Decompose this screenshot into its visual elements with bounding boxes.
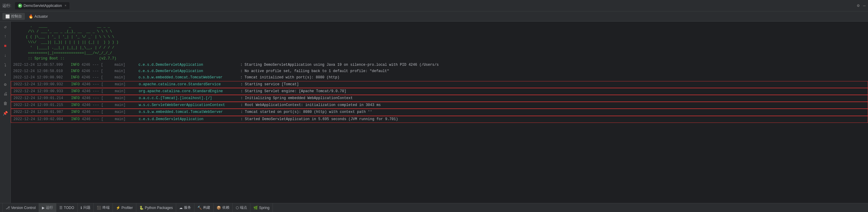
status-item-问题[interactable]: ℹ问题 [78, 203, 94, 212]
sidebar-reload-icon[interactable]: ↺ [2, 23, 9, 30]
app-tab-label: DemoServletApplication [24, 4, 62, 8]
status-label: Spring [259, 206, 270, 210]
sidebar-trash-icon[interactable]: 🗑 [2, 100, 9, 107]
log-line: 2022-12-24 12:09:01.987 INFO 4246 --- [ … [11, 109, 868, 115]
log-message: : Starting DemoServletApplication using … [240, 62, 866, 68]
status-bar: ⎇Version Control▶运行☰TODOℹ问题⬛终端⚡Profiler🐍… [0, 203, 868, 212]
log-message: : Initializing Spring embedded WebApplic… [241, 96, 865, 101]
log-timestamp: 2022-12-24 12:08:57.999 [13, 62, 69, 68]
status-icon: ☁ [179, 206, 183, 210]
status-icon: ⬛ [97, 206, 101, 210]
log-level: INFO [69, 82, 82, 87]
log-level: INFO [69, 109, 82, 115]
log-thread: main] [115, 88, 139, 94]
log-line: 2022-12-24 12:09:00.932 INFO 4246 --- [ … [11, 81, 868, 88]
log-class: o.s.b.w.embedded.tomcat.TomcatWebServer [138, 75, 240, 80]
status-item-运行[interactable]: ▶运行 [39, 203, 56, 212]
sidebar-wrap-icon[interactable]: ⤵ [2, 62, 9, 69]
log-line: 2022-12-24 12:09:01.215 INFO 4246 --- [ … [11, 102, 868, 109]
status-label: 依赖 [222, 205, 229, 210]
log-line: 2022-12-24 12:08:58.010 INFO 4246 --- [ … [11, 68, 868, 75]
status-item-端点[interactable]: ⬡端点 [233, 203, 250, 212]
log-timestamp: 2022-12-24 12:09:00.902 [13, 75, 69, 80]
log-message: : Tomcat started on port(s): 8080 (http)… [241, 109, 865, 115]
top-bar: 运行: ▶ DemoServletApplication × ⚙ — [0, 0, 868, 11]
log-line: 2022-12-24 12:09:02.004 INFO 4246 --- [ … [11, 116, 868, 123]
status-item-TODO[interactable]: ☰TODO [56, 203, 77, 212]
status-label: Python Packages [145, 206, 173, 210]
log-thread: main] [115, 116, 139, 122]
log-message: : Started DemoServletApplication in 5.69… [241, 116, 865, 122]
sidebar-settings-icon[interactable]: ⚙ [2, 81, 9, 88]
sidebar-download-icon[interactable]: ⬇ [2, 72, 9, 78]
log-pid: 4246 --- [ [82, 116, 115, 122]
status-icon: 🐍 [139, 206, 144, 210]
log-pid: 4246 --- [ [82, 82, 115, 87]
sidebar-scroll-down-icon[interactable]: ↓ [2, 52, 9, 59]
log-level: INFO [69, 75, 82, 80]
log-line: 2022-12-24 12:09:00.933 INFO 4246 --- [ … [11, 88, 868, 95]
toolbar-row: ⬜ 控制台 🔥 Actuator [0, 11, 868, 22]
log-timestamp: 2022-12-24 12:09:01.214 [13, 96, 69, 101]
status-label: TODO [64, 206, 74, 210]
log-message: : Tomcat initialized with port(s): 8080 … [240, 75, 866, 80]
actuator-tab[interactable]: 🔥 Actuator [26, 13, 51, 20]
log-thread: main] [115, 102, 139, 108]
console-area[interactable]: . ____ _ __ _ _ /\\ / ___'_ __ _ _(_)_ _… [11, 22, 868, 203]
status-icon: ☰ [59, 206, 63, 210]
status-icon: ⎇ [6, 206, 10, 210]
console-label: 控制台 [11, 14, 22, 19]
log-level: INFO [69, 69, 82, 74]
log-line: 2022-12-24 12:08:57.999 INFO 4246 --- [ … [11, 62, 868, 68]
status-item-终端[interactable]: ⬛终端 [94, 203, 113, 212]
log-pid: 4246 --- [ [82, 88, 115, 94]
log-class: o.s.b.w.embedded.tomcat.TomcatWebServer [139, 109, 241, 115]
status-item-Profiler[interactable]: ⚡Profiler [113, 203, 136, 212]
log-pid: 4246 --- [ [82, 96, 115, 101]
status-icon: 🔨 [197, 206, 202, 210]
status-icon: 📦 [217, 206, 221, 210]
log-class: o.apache.catalina.core.StandardService [139, 82, 241, 87]
app-tab[interactable]: ▶ DemoServletApplication × [15, 2, 69, 9]
tab-close-button[interactable]: × [65, 4, 66, 7]
status-item-Spring[interactable]: 🌿Spring [250, 203, 273, 212]
actuator-icon: 🔥 [28, 14, 33, 19]
status-label: Profiler [122, 206, 133, 210]
log-level: INFO [69, 96, 82, 101]
sidebar-pin-icon[interactable]: 📌 [2, 110, 9, 116]
log-pid: 4246 --- [ [82, 75, 115, 80]
status-item-服务[interactable]: ☁服务 [176, 203, 194, 212]
minimize-icon[interactable]: — [863, 3, 866, 8]
sidebar-scroll-up-icon[interactable]: ↑ [2, 33, 9, 39]
log-level: INFO [69, 62, 82, 68]
sidebar-print-icon[interactable]: 🖨 [2, 91, 9, 97]
log-class: o.a.c.c.C.[Tomcat].[localhost].[/] [139, 96, 241, 101]
log-timestamp: 2022-12-24 12:09:02.004 [13, 116, 69, 122]
app-tab-icon: ▶ [18, 4, 22, 8]
console-tab[interactable]: ⬜ 控制台 [2, 13, 25, 20]
status-item-Python Packages[interactable]: 🐍Python Packages [136, 203, 176, 212]
settings-icon[interactable]: ⚙ [857, 3, 859, 8]
sidebar-stop-icon[interactable]: ■ [2, 43, 9, 49]
log-line: 2022-12-24 12:09:00.902 INFO 4246 --- [ … [11, 75, 868, 81]
main-content: ↺ ↑ ■ ↓ ⤵ ⬇ ⚙ 🖨 🗑 📌 . ____ _ __ _ _ /\\ … [0, 22, 868, 203]
console-icon: ⬜ [5, 15, 10, 19]
log-level: INFO [69, 116, 82, 122]
status-item-构建[interactable]: 🔨构建 [194, 203, 214, 212]
actuator-label: Actuator [34, 15, 48, 19]
status-label: 问题 [83, 205, 90, 210]
log-thread: main] [115, 62, 138, 68]
status-icon: ℹ [81, 206, 82, 210]
status-icon: ⚡ [116, 206, 120, 210]
status-icon: ▶ [42, 206, 44, 210]
status-item-依赖[interactable]: 📦依赖 [214, 203, 233, 212]
status-item-Version Control[interactable]: ⎇Version Control [2, 203, 39, 212]
status-icon: 🌿 [253, 206, 258, 210]
status-label: 端点 [240, 205, 247, 210]
log-thread: main] [115, 75, 138, 80]
log-message: : Starting Servlet engine: [Apache Tomca… [241, 88, 865, 94]
status-label: 终端 [102, 205, 110, 210]
log-message: : Root WebApplicationContext: initializa… [241, 102, 865, 108]
log-message: : No active profile set, falling back to… [240, 69, 866, 74]
status-label: 构建 [203, 205, 210, 210]
